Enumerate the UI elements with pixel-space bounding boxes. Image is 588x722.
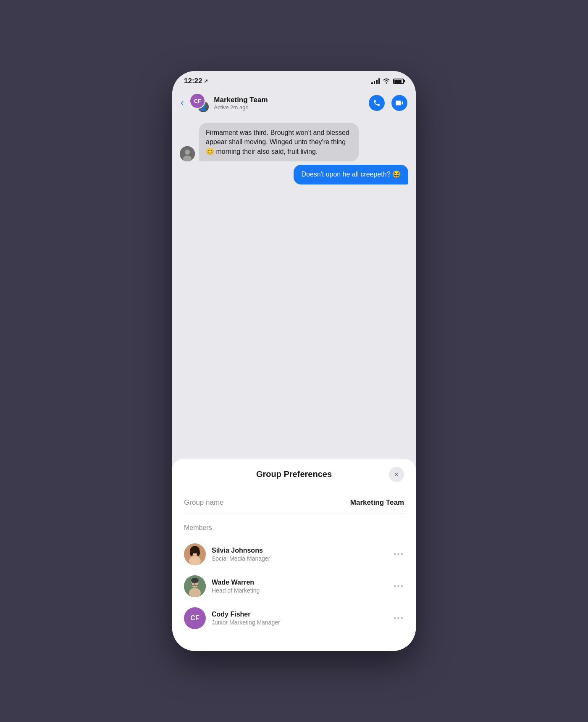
signal-icon — [371, 78, 380, 84]
svg-point-1 — [185, 150, 190, 155]
header-group-name: Marketing Team — [214, 96, 365, 104]
wifi-icon — [383, 78, 390, 85]
header-actions — [369, 95, 407, 111]
status-bar: 12:22 ↗ — [172, 71, 416, 89]
header-status: Active 2m ago — [214, 104, 365, 111]
member-info-cody: Cody Fisher Junior Marketing Manager — [212, 611, 388, 626]
close-button[interactable]: ✕ — [389, 467, 404, 482]
member-avatar-cody: CF — [184, 607, 206, 629]
member-avatar-wade — [184, 575, 206, 597]
member-info-silvia: Silvia Johnsons Social Media Manager — [212, 547, 388, 562]
back-button[interactable]: ‹ — [181, 97, 184, 108]
member-more-button-silvia[interactable]: ••• — [394, 550, 404, 559]
svg-point-7 — [190, 549, 193, 556]
list-item: Wade Warren Head of Marketing ••• — [184, 570, 404, 602]
group-name-row: Group name Marketing Team — [184, 492, 404, 514]
member-more-button-wade[interactable]: ••• — [394, 582, 404, 591]
member-role-silvia: Social Media Manager — [212, 555, 388, 562]
member-role-wade: Head of Marketing — [212, 587, 388, 594]
member-name-cody: Cody Fisher — [212, 611, 388, 618]
sent-message-bubble: Doesn't upon he all creepeth? 😂 — [294, 165, 408, 184]
group-preferences-sheet: Group Preferences ✕ Group name Marketing… — [172, 459, 416, 651]
received-message-bubble: Firmament was third. Brought won't and b… — [199, 123, 359, 161]
svg-point-8 — [197, 549, 200, 556]
group-name-label: Group name — [184, 498, 224, 507]
location-arrow-icon: ↗ — [204, 78, 208, 84]
status-time: 12:22 ↗ — [184, 77, 208, 85]
member-info-wade: Wade Warren Head of Marketing — [212, 579, 388, 594]
member-more-button-cody[interactable]: ••• — [394, 614, 404, 623]
svg-point-15 — [191, 578, 199, 583]
sheet-title: Group Preferences — [256, 469, 332, 479]
list-item: CF Cody Fisher Junior Marketing Manager … — [184, 602, 404, 634]
group-name-value: Marketing Team — [350, 498, 404, 507]
sheet-header: Group Preferences ✕ — [184, 469, 404, 479]
list-item: Silvia Johnsons Social Media Manager ••• — [184, 538, 404, 570]
battery-icon — [393, 79, 404, 84]
group-avatar: CF 👤 — [189, 93, 210, 113]
sender-avatar — [180, 146, 195, 161]
member-avatar-silvia — [184, 543, 206, 565]
member-name-silvia: Silvia Johnsons — [212, 547, 388, 554]
members-section-label: Members — [184, 524, 404, 532]
cody-avatar-initials: CF — [190, 614, 199, 622]
status-icons — [371, 78, 404, 85]
member-role-cody: Junior Marketing Manager — [212, 619, 388, 626]
received-message-text: Firmament was third. Brought won't and b… — [206, 129, 349, 155]
time-display: 12:22 — [184, 77, 202, 85]
video-call-button[interactable] — [391, 95, 407, 111]
message-received: Firmament was third. Brought won't and b… — [180, 123, 408, 161]
header-info: Marketing Team Active 2m ago — [214, 96, 365, 111]
message-sent: Doesn't upon he all creepeth? 😂 — [180, 165, 408, 184]
phone-frame: 12:22 ↗ ‹ — [172, 71, 416, 651]
member-name-wade: Wade Warren — [212, 579, 388, 586]
phone-call-button[interactable] — [369, 95, 385, 111]
sent-message-text: Doesn't upon he all creepeth? 😂 — [301, 171, 401, 178]
chat-header: ‹ CF 👤 Marketing Team Active 2m ago — [172, 89, 416, 119]
